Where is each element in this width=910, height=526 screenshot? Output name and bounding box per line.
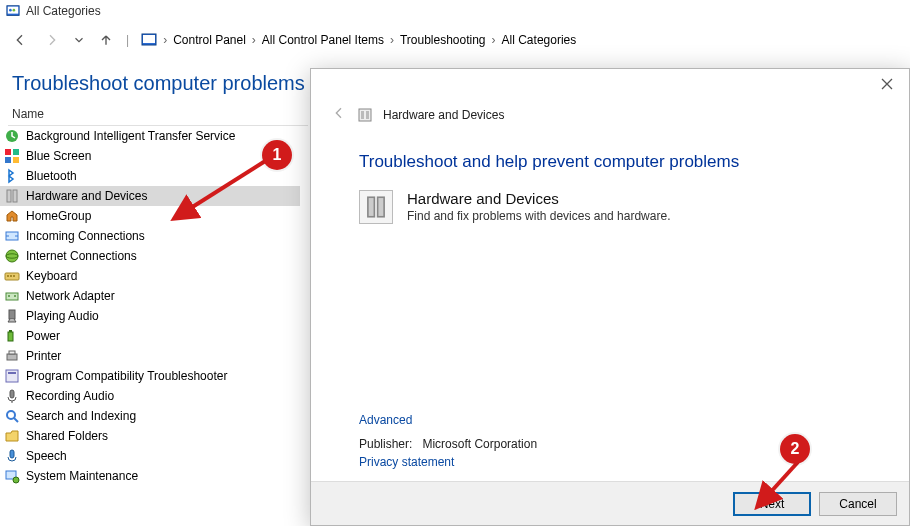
- breadcrumb-item[interactable]: Control Panel: [173, 33, 246, 47]
- recent-dropdown-icon[interactable]: [72, 28, 86, 52]
- list-item[interactable]: Background Intelligent Transfer Service: [0, 126, 300, 146]
- svg-rect-39: [378, 197, 385, 217]
- svg-rect-23: [9, 310, 15, 319]
- list-item-label: Keyboard: [26, 269, 77, 283]
- list-item-label: Printer: [26, 349, 61, 363]
- column-header-name[interactable]: Name: [8, 105, 308, 126]
- breadcrumb-item[interactable]: All Control Panel Items: [262, 33, 384, 47]
- list-item[interactable]: HomeGroup: [0, 206, 300, 226]
- list-item-label: HomeGroup: [26, 209, 91, 223]
- list-item-label: Internet Connections: [26, 249, 137, 263]
- list-item[interactable]: Blue Screen: [0, 146, 300, 166]
- list-item[interactable]: Keyboard: [0, 266, 300, 286]
- dialog-lower: Advanced Publisher: Microsoft Corporatio…: [311, 413, 909, 481]
- list-item[interactable]: System Maintenance: [0, 466, 300, 486]
- list-item-label: Hardware and Devices: [26, 189, 147, 203]
- list-item-icon: [4, 148, 20, 164]
- dialog-item-title: Hardware and Devices: [407, 190, 670, 207]
- list-item[interactable]: Program Compatibility Troubleshooter: [0, 366, 300, 386]
- list-item-icon: [4, 448, 20, 464]
- forward-button[interactable]: [40, 28, 64, 52]
- next-button[interactable]: Next: [733, 492, 811, 516]
- window-titlebar: All Categories: [0, 0, 910, 22]
- svg-rect-25: [9, 330, 12, 332]
- breadcrumb-item[interactable]: All Categories: [502, 33, 577, 47]
- svg-rect-30: [10, 390, 14, 398]
- svg-rect-11: [7, 190, 11, 202]
- troubleshooter-icon: [357, 107, 373, 123]
- list-item[interactable]: Playing Audio: [0, 306, 300, 326]
- list-item-label: Speech: [26, 449, 67, 463]
- list-item-icon: [4, 128, 20, 144]
- svg-rect-26: [7, 354, 17, 360]
- list-item[interactable]: Shared Folders: [0, 426, 300, 446]
- list-item-label: Blue Screen: [26, 149, 91, 163]
- list-item-icon: [4, 208, 20, 224]
- svg-rect-5: [143, 35, 155, 43]
- list-item-label: Search and Indexing: [26, 409, 136, 423]
- chevron-right-icon: ›: [390, 33, 394, 47]
- list-item-icon: [4, 348, 20, 364]
- list-item-label: Recording Audio: [26, 389, 114, 403]
- list-item[interactable]: Speech: [0, 446, 300, 466]
- svg-point-14: [6, 250, 18, 262]
- list-item-label: Network Adapter: [26, 289, 115, 303]
- list-item-icon: [4, 228, 20, 244]
- list-item-icon: [4, 308, 20, 324]
- chevron-right-icon: ›: [163, 33, 167, 47]
- back-button[interactable]: [8, 28, 32, 52]
- window-title: All Categories: [26, 4, 101, 18]
- svg-point-31: [7, 411, 15, 419]
- svg-point-3: [13, 9, 16, 12]
- list-item[interactable]: Bluetooth: [0, 166, 300, 186]
- list-item-label: System Maintenance: [26, 469, 138, 483]
- svg-rect-17: [7, 275, 9, 277]
- cancel-button[interactable]: Cancel: [819, 492, 897, 516]
- list-item[interactable]: Power: [0, 326, 300, 346]
- svg-point-2: [9, 9, 12, 12]
- list-item[interactable]: Incoming Connections: [0, 226, 300, 246]
- close-button[interactable]: [873, 74, 901, 94]
- list-item[interactable]: Network Adapter: [0, 286, 300, 306]
- breadcrumb-item[interactable]: Troubleshooting: [400, 33, 486, 47]
- list-item-label: Playing Audio: [26, 309, 99, 323]
- svg-rect-20: [6, 293, 18, 300]
- list-item[interactable]: Internet Connections: [0, 246, 300, 266]
- nav-separator: |: [126, 33, 129, 47]
- svg-rect-28: [6, 370, 18, 382]
- list-item-icon: [4, 428, 20, 444]
- svg-rect-19: [13, 275, 15, 277]
- dialog-caption: Hardware and Devices: [383, 108, 504, 122]
- svg-point-22: [14, 295, 16, 297]
- svg-rect-38: [368, 197, 375, 217]
- nav-bar: | › Control Panel › All Control Panel It…: [0, 22, 910, 58]
- svg-rect-12: [13, 190, 17, 202]
- svg-rect-24: [8, 332, 13, 341]
- list-item[interactable]: Hardware and Devices: [0, 186, 300, 206]
- svg-rect-37: [366, 111, 369, 119]
- svg-rect-27: [9, 351, 15, 354]
- publisher-label: Publisher:: [359, 437, 412, 451]
- list-item-label: Program Compatibility Troubleshooter: [26, 369, 227, 383]
- svg-rect-8: [13, 149, 19, 155]
- list-item[interactable]: Printer: [0, 346, 300, 366]
- dialog-header: Hardware and Devices: [311, 99, 909, 142]
- dialog-back-button[interactable]: [331, 105, 347, 124]
- list-item[interactable]: Recording Audio: [0, 386, 300, 406]
- hardware-icon: [359, 190, 393, 224]
- list-item-label: Background Intelligent Transfer Service: [26, 129, 235, 143]
- up-button[interactable]: [94, 28, 118, 52]
- dialog-headline: Troubleshoot and help prevent computer p…: [311, 142, 909, 190]
- list-item-icon: [4, 328, 20, 344]
- advanced-link[interactable]: Advanced: [359, 413, 861, 427]
- svg-rect-35: [359, 109, 371, 121]
- publisher-value: Microsoft Corporation: [422, 437, 537, 451]
- list-item-icon: [4, 408, 20, 424]
- list-item[interactable]: Search and Indexing: [0, 406, 300, 426]
- list-item-icon: [4, 468, 20, 484]
- list-item-icon: [4, 248, 20, 264]
- annotation-step-2: 2: [780, 434, 810, 464]
- svg-rect-36: [361, 111, 364, 119]
- svg-rect-32: [10, 450, 14, 458]
- list-item-label: Incoming Connections: [26, 229, 145, 243]
